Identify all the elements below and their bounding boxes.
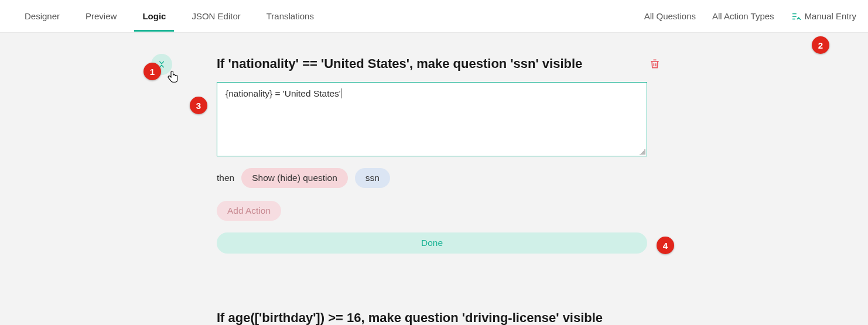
manual-entry-label: Manual Entry	[805, 11, 856, 21]
tab-logic[interactable]: Logic	[129, 1, 179, 32]
then-label: then	[217, 173, 234, 183]
done-button[interactable]: Done	[217, 232, 647, 254]
rule-header: If 'nationality' == 'United States', mak…	[175, 56, 667, 71]
content-area: If 'nationality' == 'United States', mak…	[0, 33, 868, 254]
expression-text: {nationality} = 'United States'	[225, 88, 341, 98]
then-row: then Show (hide) question ssn	[217, 168, 667, 188]
pointer-cursor-icon	[166, 70, 179, 88]
action-pill-show-hide[interactable]: Show (hide) question	[241, 168, 348, 188]
top-toolbar: Designer Preview Logic JSON Editor Trans…	[0, 0, 868, 33]
add-action-button[interactable]: Add Action	[217, 201, 281, 221]
delete-rule-button[interactable]	[649, 57, 661, 70]
annotation-badge-2: 2	[812, 36, 829, 54]
tab-translations[interactable]: Translations	[254, 1, 327, 32]
tabs-right: All Questions All Action Types Manual En…	[644, 11, 856, 22]
rule-card-1: If 'nationality' == 'United States', mak…	[175, 56, 667, 254]
tab-json-editor[interactable]: JSON Editor	[179, 1, 253, 32]
annotation-badge-3: 3	[190, 97, 207, 114]
tab-preview[interactable]: Preview	[73, 1, 129, 32]
annotation-badge-4: 4	[657, 237, 674, 254]
rule-title-2: If age(['birthday']) >= 16, make questio…	[217, 310, 603, 325]
tab-designer[interactable]: Designer	[12, 1, 73, 32]
expression-editor[interactable]: {nationality} = 'United States'	[217, 82, 647, 156]
question-pill-ssn[interactable]: ssn	[355, 168, 390, 188]
manual-entry-button[interactable]: Manual Entry	[791, 11, 856, 22]
manual-entry-icon	[791, 11, 801, 22]
rule-title: If 'nationality' == 'United States', mak…	[217, 56, 582, 71]
tabs-left: Designer Preview Logic JSON Editor Trans…	[12, 1, 327, 32]
filter-all-action-types[interactable]: All Action Types	[712, 11, 774, 21]
filter-all-questions[interactable]: All Questions	[644, 11, 696, 21]
annotation-badge-1: 1	[143, 63, 161, 80]
